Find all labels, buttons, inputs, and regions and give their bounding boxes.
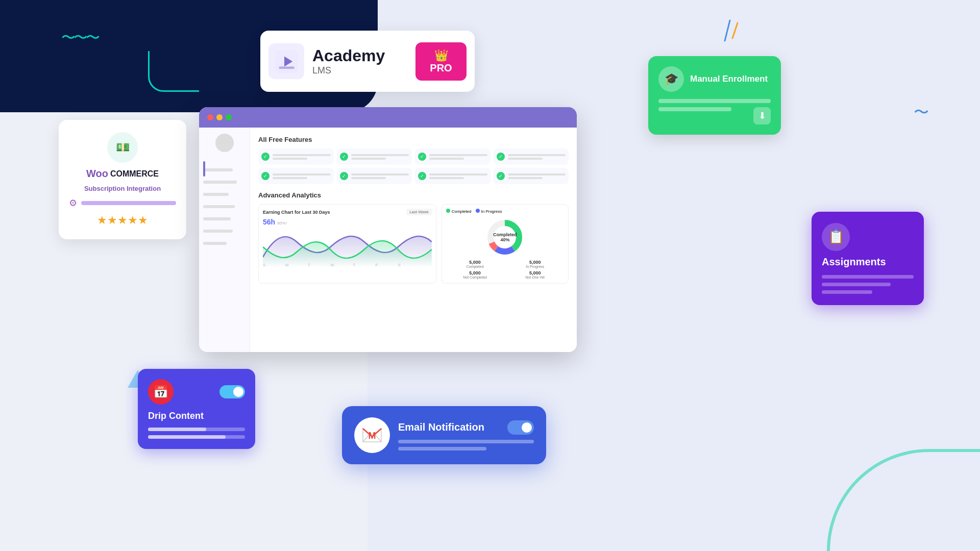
manual-enrollment-card: 🎓 Manual Enrollment ⬇ [648, 56, 781, 135]
squiggle-decoration: 〜〜〜 [61, 28, 112, 43]
wave-chart-svg: S M T W T F S [263, 227, 432, 267]
email-line-1 [398, 440, 534, 443]
woo-subtitle: Subscription Integration [84, 185, 161, 192]
svg-text:M: M [369, 431, 376, 441]
toggle-knob [233, 387, 243, 397]
nav-item-7[interactable] [203, 242, 227, 245]
nav-item-5[interactable] [203, 217, 231, 220]
lines-decoration [715, 15, 745, 46]
check-3: ✓ [418, 153, 426, 161]
me-line-1 [658, 99, 771, 103]
drip-content-card: 📅 Drip Content [138, 369, 255, 449]
academy-subtitle: LMS [312, 65, 385, 76]
drip-line-1 [148, 428, 245, 431]
nav-accent [203, 161, 205, 177]
donut-legend: Completed In Progress [446, 209, 564, 214]
check-2: ✓ [340, 153, 348, 161]
drip-lines [148, 428, 245, 439]
nav-item-4[interactable] [203, 205, 235, 208]
check-5: ✓ [261, 172, 270, 180]
email-toggle[interactable] [507, 420, 534, 435]
advanced-analytics-title: Advanced Analytics [258, 191, 569, 199]
email-title: Email Notification [398, 421, 484, 433]
main-content: All Free Features ✓ ✓ ✓ ✓ [250, 128, 577, 352]
donut-numbers: 5,000Completed 5,000In Progress 5,000Not… [446, 260, 564, 279]
corner-line-decoration [148, 51, 199, 92]
email-header: Email Notification [398, 420, 534, 435]
nav-item-2[interactable] [203, 181, 237, 184]
feature-1: ✓ [258, 148, 334, 165]
me-line-2 [658, 107, 731, 111]
window-body: All Free Features ✓ ✓ ✓ ✓ [199, 128, 577, 352]
nav-item-1[interactable] [203, 168, 233, 171]
me-icon: 🎓 [658, 66, 684, 92]
earning-chart: Earning Chart for Last 30 Days Last Week… [258, 204, 436, 284]
woo-bar-icon: ⚙ [69, 197, 77, 209]
donut-pct: 40% [493, 237, 517, 242]
check-4: ✓ [497, 153, 505, 161]
drip-toggle[interactable] [219, 385, 245, 398]
email-content: Email Notification [398, 420, 534, 450]
chart-filter[interactable]: Last Week [406, 209, 432, 215]
svg-rect-4 [279, 66, 295, 69]
window-titlebar [199, 107, 577, 128]
features-grid: ✓ ✓ ✓ ✓ ✓ [258, 148, 569, 184]
star-rating: ★★★★★ [97, 214, 148, 227]
woocommerce-card: 💵 Woo COMMERCE Subscription Integration … [59, 120, 186, 239]
maximize-dot[interactable] [226, 114, 232, 120]
arc-decoration [827, 449, 980, 551]
svg-text:W: W [330, 263, 334, 267]
feature-4: ✓ [494, 148, 569, 165]
check-7: ✓ [418, 172, 426, 180]
sidebar-nav [199, 128, 250, 352]
asgn-line-3 [822, 290, 872, 294]
drip-header: 📅 [148, 379, 245, 405]
commerce-text: COMMERCE [110, 169, 159, 179]
free-features-title: All Free Features [258, 136, 569, 143]
svg-line-1 [732, 23, 738, 38]
svg-text:T: T [353, 263, 355, 267]
drip-icon: 📅 [148, 379, 174, 405]
academy-title: Academy [312, 46, 385, 65]
donut-center-label: Completed 40% [493, 232, 517, 242]
asgn-lines [822, 275, 914, 294]
svg-text:S: S [263, 263, 265, 267]
crown-icon: 👑 [434, 49, 448, 62]
advanced-section: Advanced Analytics Earning Chart for Las… [258, 191, 569, 284]
assignments-icon: 📋 [822, 223, 850, 251]
assignments-card: 📋 Assignments [812, 212, 924, 305]
chart-value: 56h [263, 218, 275, 226]
academy-text: Academy LMS [312, 46, 385, 76]
feature-2: ✓ [337, 148, 412, 165]
drip-title: Drip Content [148, 411, 245, 421]
feature-6: ✓ [337, 168, 412, 184]
in-progress-legend: In Progress [481, 209, 502, 214]
nav-item-6[interactable] [203, 230, 233, 233]
check-6: ✓ [340, 172, 348, 180]
svg-text:S: S [398, 263, 401, 267]
woo-bar-container: ⚙ [69, 197, 176, 209]
feature-7: ✓ [415, 168, 491, 184]
feature-3: ✓ [415, 148, 491, 165]
svg-text:T: T [308, 263, 310, 267]
nav-item-3[interactable] [203, 193, 229, 196]
svg-text:F: F [376, 263, 378, 267]
svg-text:M: M [285, 263, 288, 267]
asgn-line-2 [822, 283, 891, 286]
charts-area: Earning Chart for Last 30 Days Last Week… [258, 204, 569, 284]
svg-line-0 [725, 20, 730, 41]
gmail-icon: M [354, 417, 390, 453]
donut-chart-card: Completed In Progress Completed [442, 204, 569, 284]
minimize-dot[interactable] [216, 114, 223, 120]
feature-5: ✓ [258, 168, 334, 184]
pro-label: PRO [430, 62, 452, 74]
assignments-title: Assignments [822, 256, 914, 268]
woo-w-text: Woo [86, 168, 108, 180]
chart-sub: 85%↑ [278, 221, 288, 226]
email-lines [398, 440, 534, 450]
close-dot[interactable] [207, 114, 213, 120]
email-line-2 [398, 447, 486, 450]
dashboard-window: All Free Features ✓ ✓ ✓ ✓ [199, 107, 577, 352]
pro-badge: 👑 PRO [415, 42, 467, 81]
email-notification-card: M Email Notification [342, 406, 546, 464]
